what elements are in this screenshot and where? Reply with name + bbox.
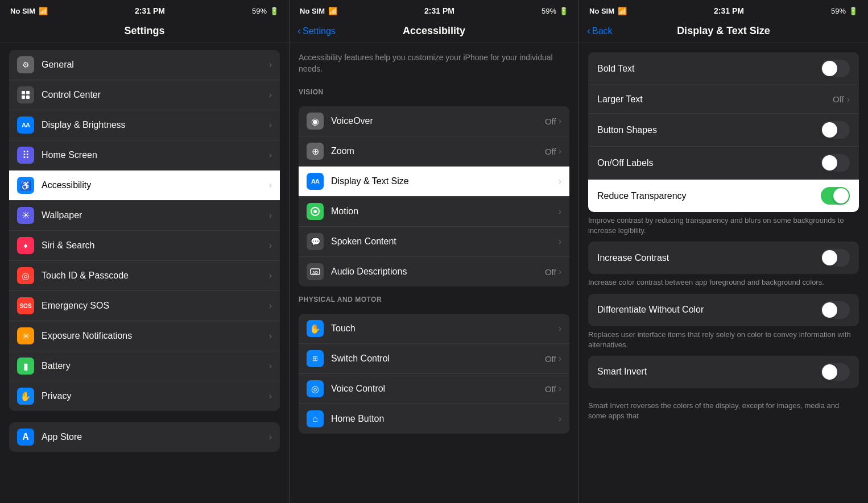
voice-ctrl-chevron: › — [559, 384, 561, 394]
row-button-shapes[interactable]: Button Shapes — [588, 114, 859, 147]
list-item-general[interactable]: ⚙ General › — [9, 50, 280, 80]
general-chevron: › — [269, 60, 272, 70]
wifi-icon: 📶 — [39, 7, 48, 15]
list-item-spoken[interactable]: 💬 Spoken Content › — [299, 227, 569, 257]
list-item-battery[interactable]: ▮ Battery › — [9, 351, 280, 381]
touchid-icon: ◎ — [17, 267, 34, 284]
touch-icon: ✋ — [307, 320, 324, 337]
settings-scroll[interactable]: ⚙ General › Control Center › AA Display … — [0, 43, 289, 503]
no-sim-label-3: No SIM — [589, 7, 614, 15]
svg-point-1 — [313, 210, 317, 213]
back-chevron-2: ‹ — [297, 25, 301, 37]
row-onoff-labels[interactable]: On/Off Labels — [588, 147, 859, 180]
appstore-chevron: › — [269, 432, 272, 442]
nav-back-3[interactable]: ‹ Back — [587, 25, 613, 37]
battery-icon-1: 🔋 — [270, 7, 279, 15]
accessibility-label: Accessibility — [42, 180, 269, 190]
smart-invert-thumb — [822, 364, 837, 380]
wallpaper-chevron: › — [269, 210, 272, 221]
smart-invert-label: Smart Invert — [597, 367, 821, 377]
voice-ctrl-icon: ◎ — [307, 380, 324, 397]
row-increase-contrast[interactable]: Increase Contrast — [588, 242, 859, 274]
spoken-icon: 💬 — [307, 233, 324, 250]
list-item-home-btn[interactable]: ⌂ Home Button › — [299, 404, 569, 434]
list-item-touchid[interactable]: ◎ Touch ID & Passcode › — [9, 261, 280, 291]
zoom-icon: ⊕ — [307, 143, 324, 160]
list-item-sos[interactable]: SOS Emergency SOS › — [9, 291, 280, 321]
list-item-wallpaper[interactable]: ✳ Wallpaper › — [9, 201, 280, 231]
row-bold-text[interactable]: Bold Text — [588, 52, 859, 85]
increase-contrast-toggle[interactable] — [821, 249, 850, 267]
list-item-voice-ctrl[interactable]: ◎ Voice Control Off › — [299, 374, 569, 404]
increase-contrast-thumb — [822, 250, 837, 265]
list-item-motion[interactable]: Motion › — [299, 197, 569, 227]
list-item-touch[interactable]: ✋ Touch › — [299, 314, 569, 344]
no-sim-label-2: No SIM — [300, 7, 325, 15]
siri-chevron: › — [269, 240, 272, 251]
general-label: General — [42, 60, 269, 70]
button-shapes-toggle[interactable] — [821, 121, 850, 139]
list-item-home-screen[interactable]: ⠿ Home Screen › — [9, 140, 280, 171]
status-right-1: 59% 🔋 — [252, 7, 279, 15]
nav-bar-2: ‹ Settings Accessibility — [290, 20, 578, 43]
battery-percent-2: 59% — [542, 7, 556, 15]
nav-title-3: Display & Text Size — [677, 25, 770, 37]
row-smart-invert[interactable]: Smart Invert — [588, 356, 859, 388]
row-larger-text[interactable]: Larger Text Off › — [588, 85, 859, 114]
list-item-appstore[interactable]: A App Store › — [9, 422, 280, 452]
button-shapes-label: Button Shapes — [597, 125, 821, 135]
nav-title-1: Settings — [124, 25, 164, 37]
larger-text-value: Off — [833, 94, 844, 104]
settings-panel: No SIM 📶 2:31 PM 59% 🔋 Settings ⚙ Genera… — [0, 0, 289, 503]
nav-title-2: Accessibility — [403, 25, 465, 37]
exposure-chevron: › — [269, 331, 272, 341]
home-btn-label: Home Button — [331, 414, 559, 424]
sos-label: Emergency SOS — [42, 301, 269, 311]
list-item-audio-desc[interactable]: AD Audio Descriptions Off › — [299, 257, 569, 286]
accessibility-scroll[interactable]: Accessibility features help you customiz… — [290, 43, 578, 503]
diff-color-desc: Replaces user interface items that rely … — [579, 326, 868, 356]
privacy-chevron: › — [269, 391, 272, 401]
list-item-siri[interactable]: ♦ Siri & Search › — [9, 231, 280, 261]
home-btn-icon: ⌂ — [307, 410, 324, 427]
svg-text:AD: AD — [312, 271, 318, 275]
accessibility-chevron: › — [269, 180, 272, 190]
voice-ctrl-label: Voice Control — [331, 384, 545, 394]
row-reduce-transparency[interactable]: Reduce Transparency — [588, 180, 859, 212]
reduce-transparency-desc: Improve contrast by reducing transparenc… — [579, 212, 868, 242]
switch-ctrl-chevron: › — [559, 354, 561, 364]
status-right-3: 59% 🔋 — [831, 7, 858, 15]
sos-chevron: › — [269, 301, 272, 311]
motion-chevron: › — [559, 206, 561, 217]
display-text-scroll[interactable]: Bold Text Larger Text Off › Button Shape… — [579, 43, 868, 503]
battery-chevron: › — [269, 361, 272, 371]
status-bar-1: No SIM 📶 2:31 PM 59% 🔋 — [0, 0, 289, 20]
list-item-accessibility[interactable]: ♿ Accessibility › — [9, 171, 280, 201]
row-diff-color[interactable]: Differentiate Without Color — [588, 294, 859, 326]
vision-section-header: VISION — [290, 79, 578, 99]
vision-list: ◉ VoiceOver Off › ⊕ Zoom Off › AA Displa… — [299, 106, 569, 286]
battery-icon-2: 🔋 — [559, 7, 568, 15]
audio-desc-label: Audio Descriptions — [331, 267, 545, 277]
list-item-privacy[interactable]: ✋ Privacy › — [9, 381, 280, 411]
status-bar-3: No SIM 📶 2:31 PM 59% 🔋 — [579, 0, 868, 20]
list-item-exposure[interactable]: ✳ Exposure Notifications › — [9, 321, 280, 351]
list-item-display-text[interactable]: AA Display & Text Size › — [299, 167, 569, 197]
display-text-list: Bold Text Larger Text Off › Button Shape… — [588, 52, 859, 212]
list-item-switch-ctrl[interactable]: ⊞ Switch Control Off › — [299, 344, 569, 374]
touch-chevron: › — [559, 323, 561, 334]
nav-bar-1: Settings — [0, 20, 289, 43]
bold-text-toggle[interactable] — [821, 60, 850, 77]
battery-percent-1: 59% — [252, 7, 267, 15]
list-item-voiceover[interactable]: ◉ VoiceOver Off › — [299, 106, 569, 136]
reduce-transparency-toggle[interactable] — [821, 187, 850, 205]
motion-icon — [307, 203, 324, 220]
diff-color-toggle[interactable] — [821, 301, 850, 319]
list-item-display-brightness[interactable]: AA Display & Brightness › — [9, 110, 280, 140]
onoff-labels-toggle[interactable] — [821, 154, 850, 172]
nav-back-2[interactable]: ‹ Settings — [297, 25, 336, 37]
list-item-control-center[interactable]: Control Center › — [9, 80, 280, 110]
list-item-zoom[interactable]: ⊕ Zoom Off › — [299, 136, 569, 167]
larger-text-label: Larger Text — [597, 94, 833, 105]
smart-invert-toggle[interactable] — [821, 363, 850, 381]
